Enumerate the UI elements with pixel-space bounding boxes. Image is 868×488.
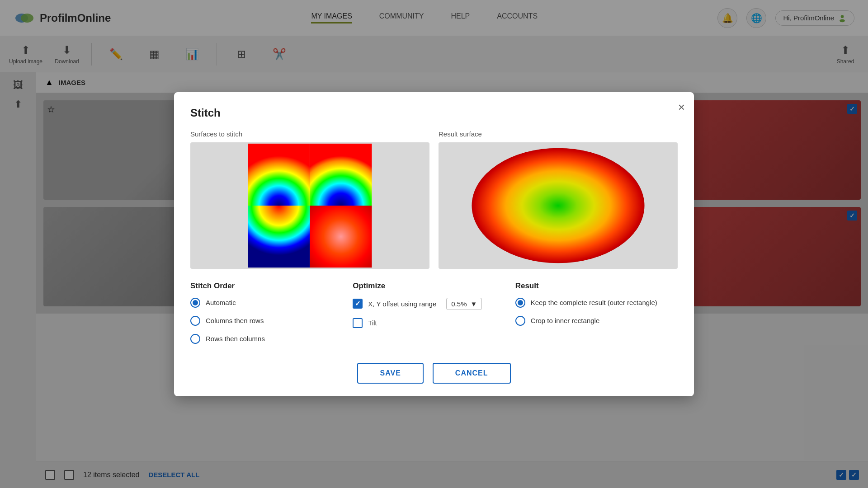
radio-rows-columns[interactable]: Rows then columns <box>190 334 353 344</box>
radio-keep-complete[interactable]: Keep the complete result (outer rectangl… <box>515 298 678 308</box>
radio-automatic[interactable]: Automatic <box>190 298 353 308</box>
xy-checkbox[interactable]: ✓ <box>353 299 363 309</box>
svg-point-13 <box>472 148 644 263</box>
xy-checkmark: ✓ <box>355 300 361 308</box>
radio-columns-rows[interactable]: Columns then rows <box>190 316 353 326</box>
optimize-col: Optimize ✓ X, Y offset using range 0.5% … <box>353 282 515 352</box>
radio-keep-complete-circle[interactable] <box>515 298 525 308</box>
surfaces-label: Surfaces to stitch <box>190 130 429 138</box>
xy-value: 0.5% <box>451 300 467 308</box>
options-row: Stitch Order Automatic Columns then rows… <box>190 282 678 352</box>
radio-crop-inner[interactable]: Crop to inner rectangle <box>515 316 678 326</box>
tilt-label: Tilt <box>368 319 377 327</box>
radio-automatic-label: Automatic <box>206 299 236 306</box>
result-svg <box>439 142 678 269</box>
dropdown-chevron-icon: ▼ <box>470 300 477 308</box>
svg-rect-6 <box>248 143 310 205</box>
tilt-checkbox[interactable] <box>353 318 363 328</box>
optimize-title: Optimize <box>353 282 515 291</box>
svg-rect-10 <box>190 143 248 267</box>
radio-rows-columns-circle[interactable] <box>190 334 200 344</box>
radio-crop-inner-circle[interactable] <box>515 316 525 326</box>
radio-columns-rows-label: Columns then rows <box>206 317 264 324</box>
svg-rect-8 <box>248 206 310 267</box>
surfaces-svg <box>190 142 429 269</box>
preview-row: Surfaces to stitch <box>190 130 678 269</box>
result-canvas <box>439 142 678 269</box>
radio-columns-rows-circle[interactable] <box>190 316 200 326</box>
radio-crop-inner-label: Crop to inner rectangle <box>531 317 600 324</box>
radio-automatic-circle[interactable] <box>190 298 200 308</box>
surfaces-panel: Surfaces to stitch <box>190 130 429 269</box>
result-panel: Result surface <box>439 130 678 269</box>
result-title: Result <box>515 282 678 291</box>
svg-rect-9 <box>310 206 372 267</box>
radio-keep-complete-label: Keep the complete result (outer rectangl… <box>531 299 657 306</box>
stitch-order-title: Stitch Order <box>190 282 353 291</box>
svg-rect-7 <box>310 143 372 205</box>
stitch-order-col: Stitch Order Automatic Columns then rows… <box>190 282 353 352</box>
save-button[interactable]: SAVE <box>357 363 423 384</box>
modal-close-button[interactable]: × <box>678 101 685 113</box>
surfaces-canvas <box>190 142 429 269</box>
xy-offset-option[interactable]: ✓ X, Y offset using range 0.5% ▼ <box>353 298 515 310</box>
xy-range-dropdown[interactable]: 0.5% ▼ <box>446 298 482 310</box>
stitch-modal: Stitch × Surfaces to stitch <box>174 92 694 396</box>
result-col: Result Keep the complete result (outer r… <box>515 282 678 352</box>
radio-rows-columns-label: Rows then columns <box>206 335 265 343</box>
result-surface-label: Result surface <box>439 130 678 138</box>
modal-footer: SAVE CANCEL <box>190 363 678 384</box>
modal-backdrop: Stitch × Surfaces to stitch <box>0 0 868 488</box>
xy-label: X, Y offset using range <box>368 300 436 308</box>
tilt-option[interactable]: Tilt <box>353 318 515 328</box>
cancel-button[interactable]: CANCEL <box>433 363 511 384</box>
svg-rect-11 <box>372 143 429 267</box>
modal-title: Stitch <box>190 107 678 119</box>
